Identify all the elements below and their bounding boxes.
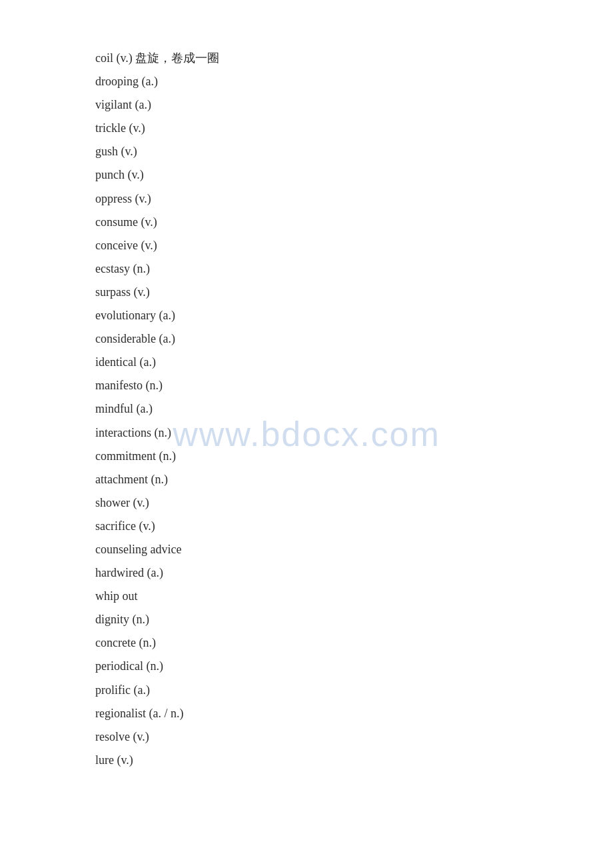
list-item: surpass (v.): [95, 281, 613, 304]
list-item: sacrifice (v.): [95, 515, 613, 538]
list-item: regionalist (a. / n.): [95, 702, 613, 725]
list-item: considerable (a.): [95, 327, 613, 351]
list-item: manifesto (n.): [95, 374, 613, 397]
list-item: mindful (a.): [95, 397, 613, 421]
list-item: periodical (n.): [95, 655, 613, 678]
list-item: ecstasy (n.): [95, 257, 613, 281]
list-item: coil (v.) 盘旋，卷成一圈: [95, 47, 613, 70]
list-item: consume (v.): [95, 211, 613, 234]
list-item: punch (v.): [95, 163, 613, 187]
list-item: interactions (n.): [95, 421, 613, 445]
list-item: whip out: [95, 585, 613, 608]
list-item: prolific (a.): [95, 679, 613, 702]
list-item: concrete (n.): [95, 631, 613, 655]
list-item: shower (v.): [95, 491, 613, 515]
list-item: vigilant (a.): [95, 93, 613, 117]
list-item: oppress (v.): [95, 187, 613, 211]
list-item: trickle (v.): [95, 117, 613, 140]
list-item: resolve (v.): [95, 725, 613, 749]
list-item: lure (v.): [95, 749, 613, 772]
list-item: hardwired (a.): [95, 561, 613, 585]
list-item: counseling advice: [95, 538, 613, 561]
word-list: coil (v.) 盘旋，卷成一圈drooping (a.)vigilant (…: [0, 0, 613, 819]
list-item: attachment (n.): [95, 468, 613, 491]
list-item: evolutionary (a.): [95, 304, 613, 327]
list-item: gush (v.): [95, 140, 613, 163]
list-item: identical (a.): [95, 351, 613, 374]
list-item: conceive (v.): [95, 234, 613, 257]
list-item: dignity (n.): [95, 608, 613, 631]
list-item: drooping (a.): [95, 70, 613, 93]
list-item: commitment (n.): [95, 445, 613, 468]
